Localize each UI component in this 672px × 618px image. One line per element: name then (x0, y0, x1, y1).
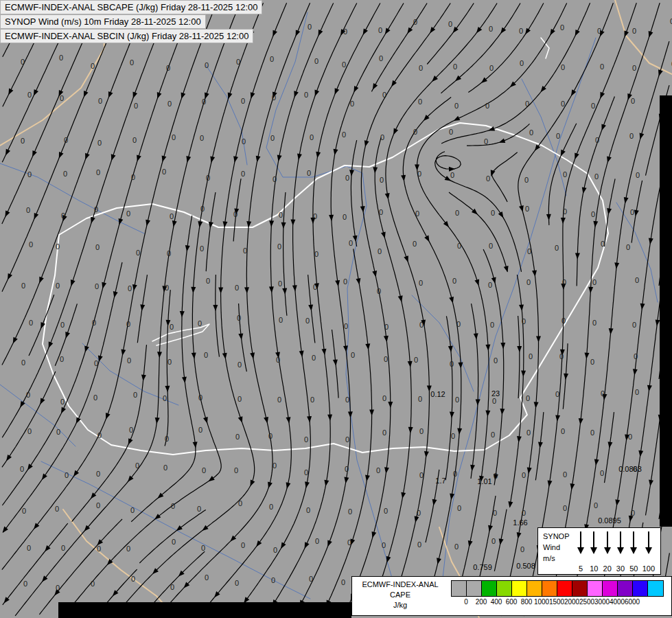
cape-value-label: 0 (342, 60, 346, 69)
cape-value-label: 0 (600, 469, 604, 477)
cape-value-label: 0 (200, 134, 204, 142)
cape-value-label: 0 (206, 174, 210, 182)
cape-value-label: 0 (271, 576, 275, 584)
cape-value-label: 0 (454, 542, 459, 551)
cape-value-label: 0 (527, 247, 531, 255)
cape-tick-row: 0200400600800100015002000250030004000600… (448, 598, 671, 608)
cape-value-label: 0 (237, 395, 242, 403)
cape-value-label: 0 (562, 278, 566, 286)
cape-value-label: 0 (380, 176, 384, 184)
cape-value-label: 0 (561, 427, 565, 435)
cape-value-label: 0 (134, 102, 138, 110)
cape-value-label: 0 (343, 27, 347, 36)
cape-value-label: 0 (273, 461, 277, 470)
cape-value-label: 0 (310, 133, 314, 141)
cape-value-label: 0 (202, 466, 206, 474)
wind-speed-label: 100 (642, 564, 655, 573)
cape-value-label: 0 (309, 575, 313, 583)
cape-value-label: 0 (491, 431, 495, 439)
cape-value-label: 0 (455, 396, 459, 404)
cape-value-label: 0 (65, 471, 69, 479)
cape-value-label: 0 (306, 506, 310, 514)
cape-value-label: 0 (453, 62, 457, 71)
cape-value-label: 0 (94, 205, 98, 214)
cape-value-label: 0 (456, 320, 461, 328)
sbcin-contour-label: 0.0895 (598, 516, 621, 525)
cape-value-label: 0 (449, 128, 453, 136)
cape-value-label: 0 (563, 470, 567, 479)
cape-value-label: 0 (341, 578, 345, 586)
cape-value-label: 0 (597, 27, 601, 35)
cape-value-label: 0 (307, 169, 311, 177)
cape-value-label: 0 (276, 356, 280, 364)
cape-value-label: 0 (490, 321, 494, 329)
cape-value-label: 0 (236, 58, 240, 66)
cape-value-label: 0 (379, 208, 383, 216)
cape-legend-units: J/kg (352, 600, 448, 610)
cape-color-swatch (588, 581, 603, 596)
cape-value-label: 0 (97, 139, 102, 147)
cape-value-label: 0 (594, 172, 599, 181)
cape-value-label: 0 (491, 209, 495, 217)
wind-arrow-icon (616, 530, 625, 555)
cape-value-label: 0 (313, 283, 317, 291)
cape-value-label: 0 (592, 278, 596, 286)
cape-value-label: 0 (273, 546, 277, 554)
cape-value-label: 0 (520, 59, 524, 67)
cape-value-label: 0 (377, 287, 381, 295)
cape-value-label: 0 (273, 175, 277, 183)
cape-value-label: 0 (563, 170, 567, 179)
wind-arrow-column: 30 (616, 530, 625, 573)
cape-value-label: 0 (167, 100, 172, 108)
cape-value-label: 0 (494, 356, 498, 365)
cape-value-label: 0 (22, 507, 26, 515)
cape-value-label: 0 (494, 472, 498, 480)
cape-tick-label: 2000 (564, 598, 579, 606)
wind-speed-label: 50 (629, 564, 638, 573)
cape-color-swatch (603, 581, 618, 596)
cape-value-label: 0 (349, 239, 353, 247)
cape-value-label: 0 (520, 545, 524, 553)
cape-value-label: 0 (492, 397, 496, 405)
cape-colorbar-area: 0200400600800100015002000250030004000600… (448, 577, 671, 615)
cape-value-label: 0 (314, 57, 318, 65)
cape-value-label: 0 (525, 100, 529, 108)
cape-value-label: 0 (23, 580, 27, 588)
cape-value-label: 0 (413, 240, 417, 248)
cape-value-label: 0 (91, 580, 95, 588)
cape-value-label: 0 (384, 323, 389, 331)
cape-value-label: 0 (310, 396, 314, 404)
cape-value-label: 0 (308, 23, 312, 31)
cape-value-label: 0 (272, 93, 276, 102)
cape-value-label: 0 (634, 352, 638, 360)
cape-value-label: 0 (56, 584, 60, 592)
cape-value-label: 0 (277, 396, 281, 404)
cape-value-label: 0 (170, 323, 174, 331)
cape-value-label: 0 (171, 502, 175, 510)
cape-value-label: 0 (632, 27, 636, 35)
cape-value-label: 0 (204, 351, 208, 359)
wind-arrow-icon (644, 530, 653, 555)
cape-value-label: 0 (448, 20, 452, 28)
cape-value-label: 0 (491, 537, 496, 545)
wind-arrow-row: 510203050100 (575, 528, 660, 574)
cape-value-label: 0 (130, 506, 135, 514)
cape-value-label: 0 (450, 360, 454, 368)
cape-value-label: 0 (26, 391, 30, 399)
cape-value-label: 0 (559, 352, 564, 360)
cape-value-label: 0 (635, 276, 639, 284)
cape-value-label: 0 (304, 435, 308, 444)
cape-value-label: 0 (454, 102, 459, 110)
cape-value-label: 0 (278, 279, 282, 288)
cape-value-label: 0 (237, 314, 241, 322)
cape-value-label: 0 (60, 398, 65, 406)
cape-value-label: 0 (136, 249, 140, 257)
cape-value-label: 0 (205, 61, 209, 69)
cape-value-label: 0 (26, 206, 30, 214)
cape-value-label: 0 (131, 173, 135, 181)
cape-color-swatch (482, 581, 497, 596)
country-border-layer (43, 38, 608, 455)
cape-value-label: 0 (453, 470, 457, 478)
cape-value-label: 0 (592, 319, 596, 327)
cape-value-label: 0 (347, 538, 351, 547)
